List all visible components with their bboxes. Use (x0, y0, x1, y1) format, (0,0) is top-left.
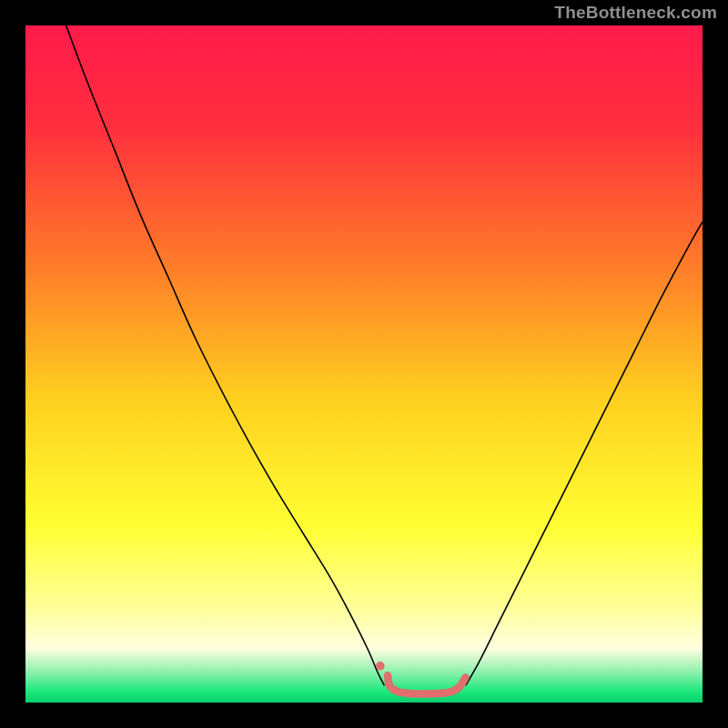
bottom-marker-dot (376, 662, 385, 671)
gradient-background (25, 25, 703, 703)
chart-frame: TheBottleneck.com (0, 0, 728, 728)
plot-area (25, 25, 703, 703)
chart-svg (25, 25, 703, 703)
watermark-text: TheBottleneck.com (554, 3, 717, 23)
